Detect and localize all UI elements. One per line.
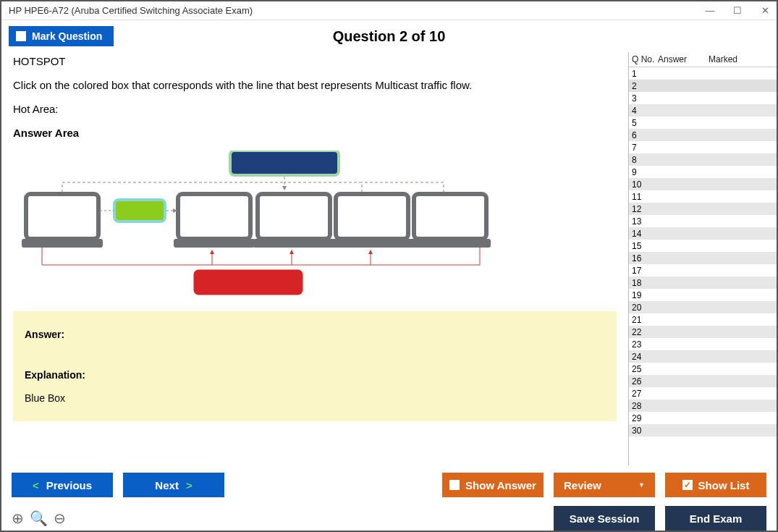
question-counter: Question 2 of 10 [333,28,446,45]
chevron-down-icon: ▼ [638,481,645,489]
question-list-row[interactable]: 1 [629,67,777,80]
next-label: Next [155,479,179,491]
main-panel: HOTSPOT Click on the colored box that co… [1,52,628,465]
green-box[interactable] [114,200,165,221]
checkbox-icon [16,31,26,41]
question-list-row[interactable]: 26 [629,375,777,387]
question-list-row[interactable]: 7 [629,141,777,153]
app-window: HP HPE6-A72 (Aruba Certified Switching A… [0,0,778,532]
zoom-out-icon[interactable]: ⊖ [54,510,66,527]
question-list-row[interactable]: 19 [629,289,777,301]
question-list-row[interactable]: 5 [629,117,777,129]
chevron-left-icon: < [33,479,39,491]
explanation-text: Blue Box [25,392,605,404]
question-list-header: Q No. Answer Marked [629,52,777,67]
svg-rect-3 [174,239,255,248]
question-list-row[interactable]: 27 [629,387,777,400]
save-session-button[interactable]: Save Session [554,506,655,531]
laptop-icon [174,194,255,248]
answer-label: Answer: [25,329,605,340]
question-list-row[interactable]: 14 [629,227,777,240]
close-icon[interactable]: ✕ [758,5,772,16]
end-exam-button[interactable]: End Exam [665,506,766,531]
multicast-diagram [13,151,534,303]
question-list-row[interactable]: 8 [629,153,777,166]
question-list-row[interactable]: 2 [629,80,777,92]
question-list-row[interactable]: 15 [629,240,777,252]
question-list-row[interactable]: 6 [629,129,777,141]
question-list-row[interactable]: 21 [629,313,777,326]
question-list-row[interactable]: 12 [629,203,777,215]
question-list-row[interactable]: 20 [629,301,777,313]
show-answer-button[interactable]: Show Answer [442,473,544,497]
svg-rect-2 [178,194,250,239]
svg-rect-7 [331,239,413,248]
svg-rect-1 [22,239,103,248]
window-controls: — ☐ ✕ [703,5,772,16]
question-list-row[interactable]: 24 [629,350,777,363]
question-list-row[interactable]: 30 [629,424,777,436]
svg-rect-9 [410,239,491,248]
blue-box[interactable] [230,151,339,175]
question-text: HOTSPOT Click on the colored box that co… [13,55,617,151]
question-list-panel: Q No. Answer Marked 12345678910111213141… [628,52,777,465]
svg-rect-4 [258,194,330,239]
footer-row-2: ⊕ 🔍 ⊖ Save Session End Exam [12,506,766,531]
window-title: HP HPE6-A72 (Aruba Certified Switching A… [9,5,253,16]
show-list-button[interactable]: ✓ Show List [665,473,766,497]
question-list-row[interactable]: 25 [629,363,777,375]
topbar: Mark Question Question 2 of 10 [1,20,777,52]
titlebar: HP HPE6-A72 (Aruba Certified Switching A… [1,1,777,20]
footer-row-1: < Previous Next > Show Answer Review ▼ ✓… [12,473,766,497]
zoom-controls: ⊕ 🔍 ⊖ [12,510,66,527]
answer-box: Answer: Explanation: Blue Box [13,311,617,421]
laptop-icon [22,194,103,248]
checked-icon: ✓ [682,480,693,490]
question-prompt: Click on the colored box that correspond… [13,79,617,91]
laptop-icon [410,194,491,248]
review-label: Review [564,479,601,491]
mark-question-button[interactable]: Mark Question [9,26,114,46]
answer-area-label: Answer Area [13,127,617,139]
next-button[interactable]: Next > [123,473,224,497]
svg-rect-8 [414,194,486,239]
question-type: HOTSPOT [13,55,617,67]
question-list-row[interactable]: 11 [629,190,777,203]
question-list-row[interactable]: 18 [629,276,777,289]
laptop-icon [331,194,413,248]
question-list-row[interactable]: 22 [629,326,777,338]
question-list-rows[interactable]: 1234567891011121314151617181920212223242… [629,67,777,465]
header-qno: Q No. [629,54,658,64]
question-list-row[interactable]: 29 [629,412,777,424]
previous-button[interactable]: < Previous [12,473,113,497]
show-answer-label: Show Answer [465,479,536,491]
question-list-row[interactable]: 3 [629,92,777,104]
zoom-icon[interactable]: 🔍 [30,510,48,527]
question-list-row[interactable]: 13 [629,215,777,227]
question-list-row[interactable]: 17 [629,264,777,276]
question-list-row[interactable]: 10 [629,178,777,190]
question-list-row[interactable]: 23 [629,338,777,350]
svg-rect-0 [26,194,98,239]
hot-area-label: Hot Area: [13,103,617,115]
svg-rect-6 [336,194,408,239]
zoom-in-icon[interactable]: ⊕ [12,510,24,527]
maximize-icon[interactable]: ☐ [730,5,745,16]
question-list-row[interactable]: 16 [629,252,777,264]
review-dropdown[interactable]: Review ▼ [554,473,655,497]
chevron-right-icon: > [186,479,193,491]
previous-label: Previous [46,479,92,491]
red-box[interactable] [194,270,303,295]
footer: < Previous Next > Show Answer Review ▼ ✓… [1,465,777,531]
mark-question-label: Mark Question [32,30,102,42]
checkbox-icon [449,480,460,490]
question-list-row[interactable]: 4 [629,104,777,117]
header-answer: Answer [658,54,709,64]
minimize-icon[interactable]: — [703,5,717,16]
laptop-icon [253,194,334,248]
question-list-row[interactable]: 28 [629,400,777,412]
show-list-label: Show List [698,479,750,491]
explanation-label: Explanation: [25,369,605,381]
save-session-label: Save Session [570,512,640,525]
question-list-row[interactable]: 9 [629,166,777,178]
